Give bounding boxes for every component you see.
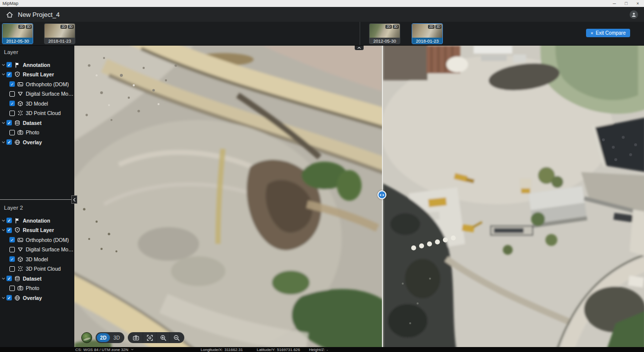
layer-item-label: Orthophoto (DOM): [26, 237, 69, 243]
layer-item-label: Orthophoto (DOM): [26, 81, 69, 87]
close-button[interactable]: ×: [637, 0, 639, 7]
layer-item-label: Overlay: [23, 139, 42, 145]
height-label: Height/Z:: [309, 348, 325, 352]
layer-item-photo[interactable]: Photo: [0, 128, 74, 138]
layer-item-3d-point-cloud[interactable]: 3D Point Cloud: [0, 109, 74, 118]
basemap-thumbnail-button[interactable]: [81, 332, 92, 343]
mode-2d-button[interactable]: 2D: [97, 333, 110, 342]
checkbox[interactable]: [6, 62, 12, 67]
badge-2d[interactable]: 2D: [428, 25, 434, 29]
sidebar-collapse-handle[interactable]: [71, 195, 77, 204]
extent-icon: [147, 335, 153, 341]
layer2-item-overlay[interactable]: Overlay: [0, 293, 74, 303]
badge-3d[interactable]: 3D: [393, 25, 399, 29]
camera-icon: [17, 129, 23, 135]
layer-item-label: Dataset: [23, 120, 42, 126]
checkbox[interactable]: [6, 218, 12, 223]
checkbox[interactable]: [9, 256, 15, 262]
chevron-down-icon[interactable]: [1, 140, 5, 144]
chevron-down-icon[interactable]: [1, 121, 5, 125]
checkbox[interactable]: [9, 247, 15, 252]
layer2-item-dataset[interactable]: Dataset: [0, 274, 74, 284]
checkbox[interactable]: [6, 276, 12, 281]
app-header: New Project_4: [0, 7, 644, 22]
layer2-item-3d-model[interactable]: 3D Model: [0, 254, 74, 264]
badge-3d[interactable]: 3D: [68, 25, 74, 29]
checkbox[interactable]: [6, 228, 12, 233]
coordinate-system-selector[interactable]: CS: WGS 84 / UTM zone 32N: [75, 348, 134, 352]
layer2-item-photo[interactable]: Photo: [0, 284, 74, 293]
layer-item-result-layer[interactable]: Result Layer: [0, 70, 74, 80]
layer-item-label: Digital Surface Mod...: [26, 246, 74, 252]
layer2-item-result-layer[interactable]: Result Layer: [0, 226, 74, 235]
home-icon[interactable]: [6, 11, 13, 18]
layer-item-label: Digital Surface Mod...: [26, 91, 74, 97]
badge-2d[interactable]: 2D: [385, 25, 391, 29]
layer-item-orthophoto[interactable]: Orthophoto (DOM): [0, 79, 74, 89]
filmstrip-collapse-tab[interactable]: [355, 46, 364, 50]
thumbnail-2012-right[interactable]: 2D 3D 2012-05-30: [369, 23, 400, 44]
point-cloud-icon: [17, 110, 23, 116]
checkbox[interactable]: [9, 266, 15, 272]
chevron-down-icon[interactable]: [1, 63, 5, 67]
chevron-down-icon[interactable]: [1, 277, 5, 281]
badge-2d[interactable]: 2D: [18, 25, 24, 29]
map-view-2018[interactable]: [383, 46, 644, 347]
user-avatar[interactable]: [630, 10, 638, 19]
thumbnail-2012-left[interactable]: 2D 3D 2012-05-30: [2, 23, 33, 44]
compare-divider-handle[interactable]: [377, 190, 386, 199]
map-toolbar: 2D 3D: [81, 332, 184, 343]
camera-icon: [17, 285, 23, 291]
flag-icon: [14, 62, 20, 68]
minimize-button[interactable]: ─: [613, 0, 616, 7]
checkbox[interactable]: [9, 81, 15, 87]
camera-icon: [133, 335, 139, 341]
checkbox[interactable]: [9, 111, 15, 116]
chevron-down-icon[interactable]: [131, 349, 134, 351]
layer2-item-3d-point-cloud[interactable]: 3D Point Cloud: [0, 264, 74, 274]
checkbox[interactable]: [9, 286, 15, 291]
checkbox[interactable]: [6, 295, 12, 300]
thumbnail-date: 2018-01-23: [412, 38, 442, 44]
height-value: -: [326, 348, 328, 352]
layer-item-annotation[interactable]: Annotation: [0, 60, 74, 70]
layer-item-dsm[interactable]: Digital Surface Mod...: [0, 89, 74, 99]
longitude-label: Longitude/X:: [201, 348, 223, 352]
thumbnail-2018-right[interactable]: 2D 3D 2018-01-23: [412, 23, 443, 44]
badge-2d[interactable]: 2D: [60, 25, 66, 29]
user-icon: [631, 12, 637, 17]
thumbnail-2018-left[interactable]: 2D 3D 2018-01-23: [44, 23, 75, 44]
checkbox[interactable]: [9, 130, 15, 135]
chevron-down-icon[interactable]: [1, 72, 5, 76]
layer2-item-annotation[interactable]: Annotation: [0, 216, 74, 226]
layer-item-overlay[interactable]: Overlay: [0, 137, 74, 147]
badge-3d[interactable]: 3D: [26, 25, 32, 29]
chevron-down-icon[interactable]: [1, 296, 5, 300]
maximize-button[interactable]: □: [625, 0, 627, 7]
layer-item-3d-model[interactable]: 3D Model: [0, 99, 74, 109]
map-view-2012[interactable]: [74, 46, 382, 347]
checkbox[interactable]: [6, 72, 12, 77]
badge-3d[interactable]: 3D: [435, 25, 441, 29]
page-title: New Project_4: [18, 11, 60, 18]
view-mode-toggle: 2D 3D: [96, 332, 124, 343]
mode-3d-button[interactable]: 3D: [110, 333, 123, 342]
thumbnail-date: 2012-05-30: [2, 38, 33, 44]
layer-item-label: Overlay: [23, 295, 42, 301]
screenshot-button[interactable]: [129, 332, 143, 343]
zoom-extent-button[interactable]: [143, 332, 156, 343]
chevron-down-icon[interactable]: [1, 228, 5, 232]
checkbox[interactable]: [9, 91, 15, 97]
layer-panel-2: Layer 2 Annotation Result Layer Orthopho…: [0, 201, 74, 303]
checkbox[interactable]: [9, 101, 15, 106]
checkbox[interactable]: [6, 139, 12, 145]
checkbox[interactable]: [6, 120, 12, 125]
checkbox[interactable]: [9, 237, 15, 242]
layer2-item-orthophoto[interactable]: Orthophoto (DOM): [0, 235, 74, 245]
layer-item-dataset[interactable]: Dataset: [0, 118, 74, 128]
layer2-item-dsm[interactable]: Digital Surface Mod...: [0, 245, 74, 255]
zoom-in-button[interactable]: [156, 332, 169, 343]
exit-compare-button[interactable]: × Exit Compare: [586, 29, 630, 37]
zoom-out-button[interactable]: [169, 332, 183, 343]
chevron-down-icon[interactable]: [1, 219, 5, 223]
